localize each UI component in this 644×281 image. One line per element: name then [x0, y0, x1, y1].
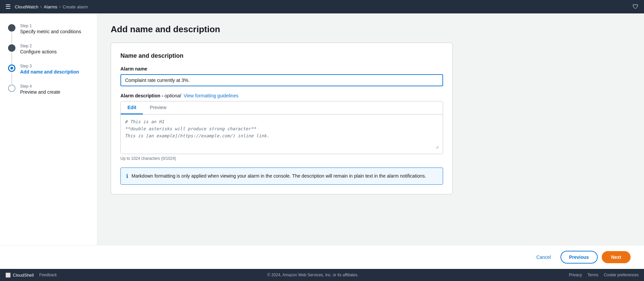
- step-2-title: Configure actions: [20, 49, 57, 54]
- menu-icon[interactable]: ☰: [5, 3, 11, 10]
- footer-copyright: © 2024, Amazon Web Services, Inc. or its…: [62, 273, 564, 277]
- card-title: Name and description: [120, 52, 443, 59]
- step-1-circle: [8, 24, 15, 32]
- formatting-guidelines-link[interactable]: View formatting guidelines: [184, 93, 238, 98]
- tab-edit[interactable]: Edit: [121, 101, 143, 114]
- step-1-title: Specify metric and conditions: [20, 29, 81, 34]
- bottom-action-bar: Cancel Previous Next: [0, 245, 644, 269]
- optional-label: optional: [164, 93, 181, 98]
- info-text: Markdown formatting is only applied when…: [131, 173, 426, 180]
- step-4-text: Step 4 Preview and create: [20, 84, 60, 95]
- feedback-label[interactable]: Feedback: [39, 273, 57, 277]
- content-area: Add name and description Name and descri…: [97, 13, 644, 245]
- breadcrumb-cloudwatch[interactable]: CloudWatch: [15, 4, 38, 9]
- alarm-name-input[interactable]: [120, 74, 443, 86]
- next-button[interactable]: Next: [602, 251, 631, 263]
- cloudshell-icon: ⬜: [5, 273, 11, 278]
- tab-edit-content: # This is an H1 **double asterisks will …: [121, 114, 443, 154]
- description-tabs-container: Edit Preview # This is an H1 **double as…: [120, 101, 443, 154]
- info-icon: ℹ: [126, 173, 128, 179]
- alarm-name-label: Alarm name: [120, 66, 443, 72]
- step-3-item: Step 3 Add name and description: [8, 64, 89, 75]
- step-4-title: Preview and create: [20, 89, 60, 95]
- step-3-title: Add name and description: [20, 69, 79, 75]
- step-2-text: Step 2 Configure actions: [20, 44, 57, 54]
- main-container: Step 1 Specify metric and conditions Ste…: [0, 13, 644, 245]
- step-2-label: Step 2: [20, 44, 57, 48]
- footer-terms-link[interactable]: Terms: [587, 273, 598, 277]
- step-1-item: Step 1 Specify metric and conditions: [8, 24, 89, 34]
- step-4-circle: [8, 85, 15, 92]
- footer-links: Privacy Terms Cookie preferences: [569, 273, 639, 277]
- description-label-row: Alarm description - optional View format…: [120, 93, 443, 98]
- step-4-label: Step 4: [20, 84, 60, 89]
- step-3-label: Step 3: [20, 64, 79, 68]
- step-4-item: Step 4 Preview and create: [8, 84, 89, 95]
- top-navigation-bar: ☰ CloudWatch › Alarms › Create alarm 🛡: [0, 0, 644, 13]
- breadcrumb-alarms[interactable]: Alarms: [44, 4, 57, 9]
- description-section: Alarm description - optional View format…: [120, 93, 443, 185]
- top-bar-right: 🛡: [633, 3, 639, 10]
- breadcrumb: CloudWatch › Alarms › Create alarm: [15, 4, 88, 9]
- tabs-header: Edit Preview: [121, 101, 443, 114]
- breadcrumb-current: Create alarm: [63, 4, 88, 9]
- description-label: Alarm description - optional: [120, 93, 181, 98]
- page-title: Add name and description: [111, 24, 631, 35]
- step-2-item: Step 2 Configure actions: [8, 44, 89, 54]
- info-box: ℹ Markdown formatting is only applied wh…: [120, 168, 443, 185]
- name-description-card: Name and description Alarm name Alarm de…: [111, 43, 453, 194]
- char-count: Up to 1024 characters (0/1024): [120, 156, 443, 161]
- cloudshell-label: CloudShell: [13, 273, 34, 278]
- step-3-text: Step 3 Add name and description: [20, 64, 79, 75]
- step-2-circle: [8, 44, 15, 52]
- step-3-circle: [8, 64, 15, 72]
- tab-preview[interactable]: Preview: [143, 101, 173, 114]
- footer-cookies-link[interactable]: Cookie preferences: [604, 273, 639, 277]
- steps-sidebar: Step 1 Specify metric and conditions Ste…: [0, 13, 97, 245]
- cancel-button[interactable]: Cancel: [531, 252, 556, 263]
- footer: ⬜ CloudShell Feedback © 2024, Amazon Web…: [0, 269, 644, 281]
- breadcrumb-separator-2: ›: [59, 4, 61, 9]
- footer-privacy-link[interactable]: Privacy: [569, 273, 582, 277]
- previous-button[interactable]: Previous: [560, 251, 598, 264]
- step-1-label: Step 1: [20, 24, 81, 28]
- breadcrumb-separator-1: ›: [40, 4, 42, 9]
- shield-icon[interactable]: 🛡: [633, 3, 639, 10]
- description-textarea[interactable]: # This is an H1 **double asterisks will …: [125, 119, 439, 149]
- cloudshell-button[interactable]: ⬜ CloudShell: [5, 273, 34, 278]
- step-1-text: Step 1 Specify metric and conditions: [20, 24, 81, 34]
